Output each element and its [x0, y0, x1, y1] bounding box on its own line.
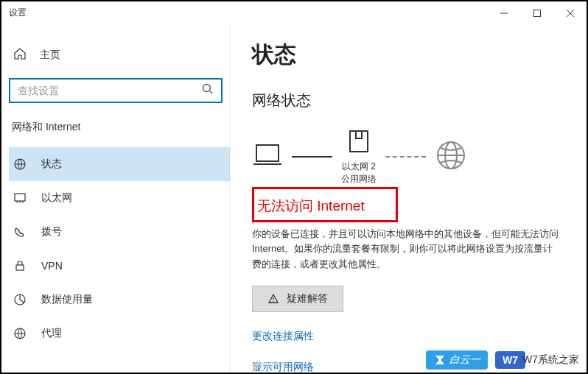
router-icon — [347, 128, 371, 158]
watermark-w7-logo: W7 — [495, 351, 525, 369]
globe-icon — [435, 139, 467, 174]
svg-rect-14 — [256, 145, 279, 161]
svg-rect-11 — [16, 265, 24, 270]
status-icon — [13, 158, 27, 171]
connection-line — [292, 156, 332, 158]
sidebar-item-label: 代理 — [41, 327, 62, 340]
watermark-byun: 白云一 — [426, 350, 488, 370]
proxy-icon — [13, 327, 27, 340]
usage-icon — [13, 293, 27, 306]
description-text: 你的设备已连接，并且可以访问本地网络中的其他设备，但可能无法访问 Interne… — [252, 227, 561, 272]
sidebar-item-dialup[interactable]: 拨号 — [9, 215, 230, 249]
home-icon — [13, 47, 27, 63]
sidebar-item-vpn[interactable]: VPN — [9, 249, 230, 283]
watermark-baidu: www.bai — [252, 359, 287, 370]
svg-rect-1 — [533, 10, 540, 16]
disconnected-line — [385, 156, 426, 158]
sidebar-item-label: 拨号 — [41, 225, 62, 239]
home-nav[interactable]: 主页 — [9, 38, 230, 72]
troubleshoot-label: 疑难解答 — [287, 292, 328, 306]
change-connection-link[interactable]: 更改连接属性 — [252, 330, 564, 343]
close-button[interactable] — [553, 1, 587, 25]
svg-rect-16 — [350, 131, 368, 152]
warning-icon — [267, 293, 279, 305]
window-title: 设置 — [9, 7, 487, 19]
search-icon — [202, 83, 214, 98]
sidebar-section-header: 网络和 Internet — [12, 121, 230, 134]
watermark-w7-text: W7系统之家 — [522, 353, 579, 367]
sidebar-item-label: 数据使用量 — [41, 293, 93, 306]
vpn-icon — [13, 259, 27, 272]
maximize-button[interactable] — [520, 1, 553, 25]
search-input[interactable] — [18, 85, 202, 96]
network-diagram: 以太网 2 公用网络 — [252, 128, 564, 186]
sidebar-item-label: 状态 — [41, 158, 62, 171]
error-text: 无法访问 Internet — [257, 197, 387, 216]
laptop-icon — [252, 142, 283, 172]
sidebar-item-label: 以太网 — [41, 191, 72, 205]
sidebar-item-proxy[interactable]: 代理 — [9, 317, 230, 350]
troubleshoot-button[interactable]: 疑难解答 — [252, 286, 343, 312]
sidebar-item-usage[interactable]: 数据使用量 — [9, 283, 230, 317]
sidebar-item-label: VPN — [41, 260, 63, 272]
sub-title: 网络状态 — [252, 91, 564, 110]
sidebar-item-ethernet[interactable]: 以太网 — [9, 181, 230, 215]
router-type: 公用网络 — [341, 173, 377, 186]
svg-line-5 — [210, 91, 213, 94]
ethernet-icon — [13, 191, 27, 205]
home-label: 主页 — [40, 49, 60, 62]
svg-rect-7 — [15, 194, 25, 201]
error-highlight-box: 无法访问 Internet — [252, 187, 398, 222]
router-name: 以太网 2 — [341, 160, 377, 173]
svg-point-22 — [273, 300, 273, 301]
minimize-button[interactable] — [487, 1, 520, 25]
page-title: 状态 — [252, 40, 564, 70]
watermarks: 白云一 W7 W7系统之家 — [426, 350, 579, 370]
dialup-icon — [13, 225, 27, 239]
sidebar-item-status[interactable]: 状态 — [9, 147, 230, 181]
svg-rect-17 — [356, 131, 362, 138]
svg-point-4 — [203, 85, 211, 92]
search-box[interactable] — [9, 78, 223, 103]
